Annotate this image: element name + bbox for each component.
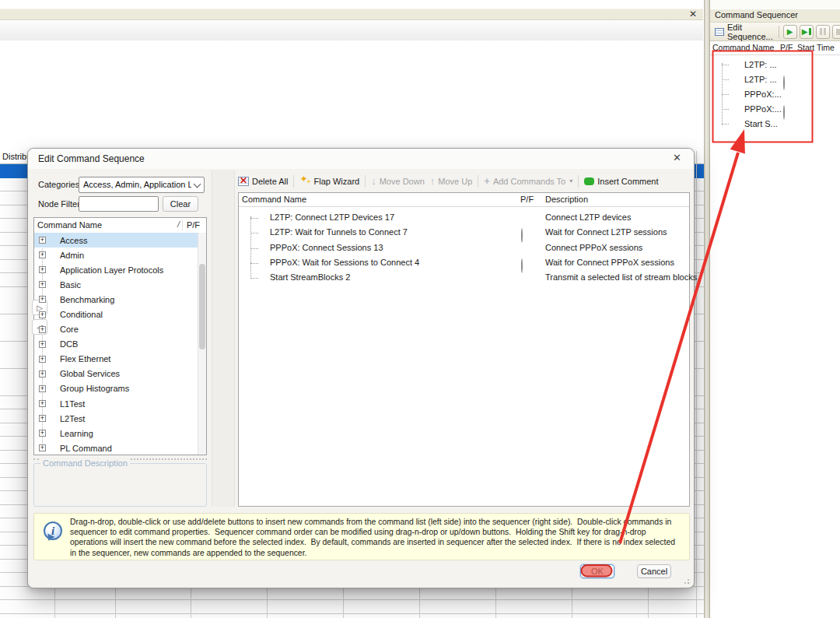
tree-category-item[interactable]: + Benchmarking: [34, 292, 198, 307]
tree-item-label: Admin: [60, 251, 84, 260]
tree-item-label: Group Histograms: [60, 384, 129, 393]
plus-icon: +: [484, 176, 490, 186]
toolbar-separator: [578, 175, 579, 188]
expand-plus-icon[interactable]: +: [39, 385, 46, 392]
sequence-command-row[interactable]: L2TP: Connect L2TP Devices 17 Connect L2…: [239, 210, 689, 225]
tree-branch-icon: [722, 65, 729, 65]
scrollbar-thumb[interactable]: [199, 264, 205, 349]
expand-plus-icon[interactable]: +: [39, 415, 46, 422]
play-to-end-button[interactable]: ▶: [800, 25, 814, 39]
panel-splitter[interactable]: [704, 0, 710, 618]
tree-category-item[interactable]: + Basic: [34, 277, 198, 292]
delete-all-icon: [238, 177, 249, 186]
expand-plus-icon[interactable]: +: [39, 370, 46, 377]
info-message-box: i Drag-n-drop, double-click or use add/d…: [33, 513, 690, 560]
command-name: L2TP: ...: [744, 75, 777, 84]
sequencer-command-row[interactable]: PPPoX:...: [710, 102, 840, 117]
sequence-row-list: L2TP: Connect L2TP Devices 17 Connect L2…: [239, 207, 689, 285]
expand-plus-icon[interactable]: +: [39, 266, 46, 273]
delete-all-button[interactable]: Delete All: [238, 177, 288, 186]
tree-category-item[interactable]: + Admin: [34, 248, 198, 262]
tree-category-item[interactable]: + Core: [34, 322, 198, 337]
edit-sequence-button[interactable]: Edit Sequence...: [713, 22, 775, 42]
tree-item-label: Basic: [60, 280, 81, 290]
tree-scrollbar[interactable]: [198, 233, 206, 455]
tree-header[interactable]: Command Name / P/F: [34, 218, 206, 234]
dropdown-caret-icon: ▾: [569, 177, 572, 184]
command-name: PPPoX: Connect Sessions 13: [270, 243, 383, 252]
expand-plus-icon[interactable]: +: [39, 281, 46, 288]
tree-branch-icon: [722, 94, 729, 95]
tree-branch-icon: [722, 124, 729, 125]
tree-category-item[interactable]: + Learning: [34, 426, 198, 441]
tree-item-label: Flex Ethernet: [60, 354, 110, 363]
sequencer-command-row[interactable]: Start S...: [710, 117, 840, 132]
sequence-command-row[interactable]: PPPoX: Connect Sessions 13 Connect PPPoX…: [239, 241, 689, 255]
expand-plus-icon[interactable]: +: [39, 341, 46, 348]
tree-category-item[interactable]: + Access: [34, 233, 198, 248]
column-description: Description: [545, 195, 588, 204]
sequence-command-row[interactable]: PPPoX: Wait for Sessions to Connect 4 Wa…: [239, 255, 689, 270]
sequence-command-row[interactable]: Start StreamBlocks 2 Transmit a selected…: [239, 270, 689, 285]
expand-plus-icon[interactable]: +: [39, 356, 46, 363]
tree-category-item[interactable]: + Conditional: [34, 307, 198, 321]
sequence-toolbar: Delete All Flap Wizard ↓ Move Down ↑ Mov…: [238, 172, 690, 190]
resize-grip[interactable]: [682, 577, 689, 584]
tree-branch-icon: [250, 218, 258, 219]
arrow-down-icon: ↓: [371, 176, 376, 186]
tree-category-item[interactable]: + PL Command: [34, 441, 198, 455]
insert-comment-button[interactable]: Insert Comment: [584, 177, 658, 186]
clear-button[interactable]: Clear: [163, 196, 198, 212]
expand-plus-icon[interactable]: +: [39, 400, 46, 407]
tree-item-label: Benchmarking: [60, 295, 114, 304]
categories-dropdown[interactable]: Access, Admin, Application Laye...: [79, 177, 205, 193]
tree-category-item[interactable]: + DCB: [34, 337, 198, 352]
app-top-bar: ✕: [0, 9, 703, 20]
sequencer-command-row[interactable]: L2TP: ...: [710, 58, 840, 72]
sort-indicator-icon: /: [177, 219, 180, 229]
tree-category-item[interactable]: + Group Histograms: [34, 381, 198, 396]
play-button[interactable]: ▶: [783, 25, 797, 39]
command-name: Start S...: [744, 119, 778, 128]
sequencer-command-row[interactable]: PPPoX:...: [710, 87, 840, 102]
cancel-button[interactable]: Cancel: [637, 564, 671, 578]
expand-plus-icon[interactable]: +: [39, 311, 46, 318]
command-name: L2TP: Wait for Tunnels to Connect 7: [270, 227, 408, 237]
close-icon[interactable]: ✕: [673, 152, 681, 163]
expand-plus-icon[interactable]: +: [39, 430, 46, 437]
stop-icon: [836, 29, 840, 35]
pause-button: [816, 25, 830, 39]
command-description-label: Command Description: [40, 458, 130, 468]
edit-command-sequence-dialog: Edit Command Sequence ✕ Categories: Acce…: [27, 148, 695, 588]
delete-all-label: Delete All: [252, 177, 288, 186]
tree-category-item[interactable]: + L2Test: [34, 411, 198, 426]
tree-category-item[interactable]: + L1Test: [34, 396, 198, 411]
edit-sequence-icon: [715, 28, 724, 36]
sequencer-command-row[interactable]: L2TP: ...: [710, 72, 840, 87]
pane-close-icon[interactable]: ✕: [689, 9, 697, 20]
sequence-table-header[interactable]: Command Name P/F Description: [239, 193, 689, 207]
play-to-end-bar: [809, 28, 811, 35]
tree-column-pf: P/F: [187, 220, 200, 230]
expand-plus-icon[interactable]: +: [39, 251, 46, 258]
expand-plus-icon[interactable]: +: [39, 326, 46, 333]
info-message-text: Drag-n-drop, double-click or use add/del…: [70, 517, 683, 558]
tree-category-item[interactable]: + Application Layer Protocols: [34, 262, 198, 277]
tree-category-item[interactable]: + Flex Ethernet: [34, 352, 198, 367]
ok-button[interactable]: OK: [580, 564, 614, 578]
tree-item-label: L1Test: [60, 399, 85, 409]
flap-wizard-button[interactable]: Flap Wizard: [299, 176, 359, 186]
expand-plus-icon[interactable]: +: [39, 444, 46, 451]
sequence-command-row[interactable]: L2TP: Wait for Tunnels to Connect 7 Wait…: [239, 225, 689, 240]
edit-sequence-label: Edit Sequence...: [727, 23, 773, 41]
tree-category-item[interactable]: + Global Services: [34, 367, 198, 381]
node-filter-input[interactable]: [79, 196, 159, 212]
column-command-name: Command Name: [242, 195, 306, 204]
comment-bubble-icon: [584, 177, 594, 185]
command-name: Start StreamBlocks 2: [270, 272, 350, 282]
expand-plus-icon[interactable]: +: [39, 296, 46, 303]
expand-plus-icon[interactable]: +: [39, 237, 46, 244]
app-toolbar-area: [0, 20, 703, 40]
panel-title: Command Sequencer: [710, 9, 840, 23]
dialog-titlebar[interactable]: Edit Command Sequence ✕: [28, 149, 694, 169]
